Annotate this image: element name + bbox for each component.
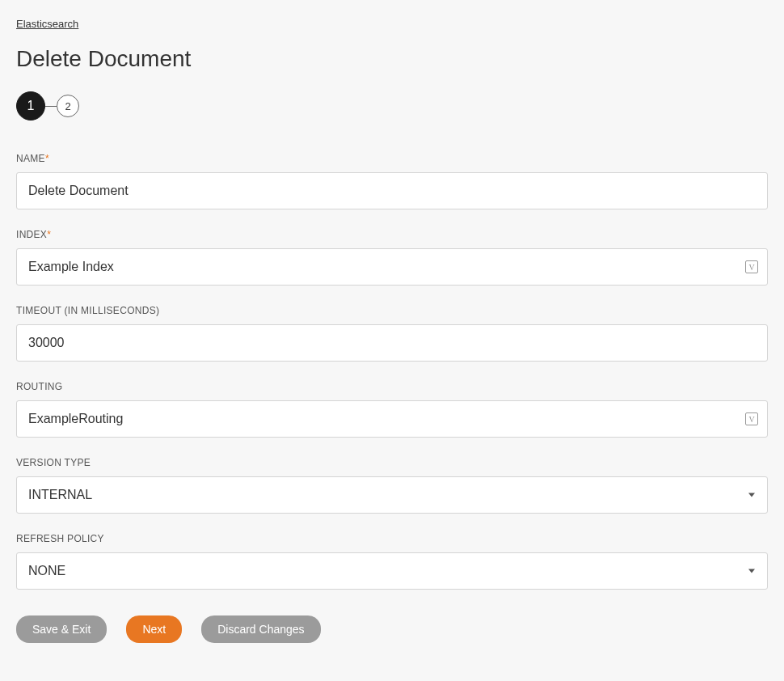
stepper: 1 2: [16, 91, 768, 121]
discard-changes-button[interactable]: Discard Changes: [201, 615, 320, 643]
step-1[interactable]: 1: [16, 91, 45, 121]
step-connector: [45, 106, 57, 107]
version-type-select[interactable]: INTERNAL: [16, 476, 768, 514]
required-mark: *: [47, 229, 51, 240]
button-row: Save & Exit Next Discard Changes: [16, 615, 768, 643]
routing-label: ROUTING: [16, 381, 768, 392]
breadcrumb-link[interactable]: Elasticsearch: [16, 18, 78, 30]
version-type-select-wrapper: INTERNAL: [16, 476, 768, 514]
timeout-label: TIMEOUT (IN MILLISECONDS): [16, 305, 768, 316]
refresh-policy-select[interactable]: NONE: [16, 552, 768, 590]
version-type-field-group: VERSION TYPE INTERNAL: [16, 457, 768, 514]
index-label: INDEX*: [16, 229, 768, 240]
save-exit-button[interactable]: Save & Exit: [16, 615, 107, 643]
routing-input[interactable]: [16, 400, 768, 438]
next-button[interactable]: Next: [126, 615, 182, 643]
index-field-group: INDEX* V: [16, 229, 768, 286]
required-mark: *: [45, 153, 49, 164]
timeout-input[interactable]: [16, 324, 768, 362]
routing-input-wrapper: V: [16, 400, 768, 438]
name-input[interactable]: [16, 172, 768, 209]
index-input[interactable]: [16, 248, 768, 286]
index-input-wrapper: V: [16, 248, 768, 286]
name-field-group: NAME*: [16, 153, 768, 209]
version-type-label: VERSION TYPE: [16, 457, 768, 468]
variable-icon[interactable]: V: [745, 412, 758, 425]
refresh-policy-select-wrapper: NONE: [16, 552, 768, 590]
routing-field-group: ROUTING V: [16, 381, 768, 438]
page-title: Delete Document: [16, 46, 768, 72]
step-2[interactable]: 2: [57, 95, 79, 117]
name-label: NAME*: [16, 153, 768, 164]
refresh-policy-label: REFRESH POLICY: [16, 533, 768, 544]
refresh-policy-field-group: REFRESH POLICY NONE: [16, 533, 768, 590]
index-label-text: INDEX: [16, 229, 47, 240]
variable-icon[interactable]: V: [745, 260, 758, 273]
name-label-text: NAME: [16, 153, 45, 164]
timeout-field-group: TIMEOUT (IN MILLISECONDS): [16, 305, 768, 362]
